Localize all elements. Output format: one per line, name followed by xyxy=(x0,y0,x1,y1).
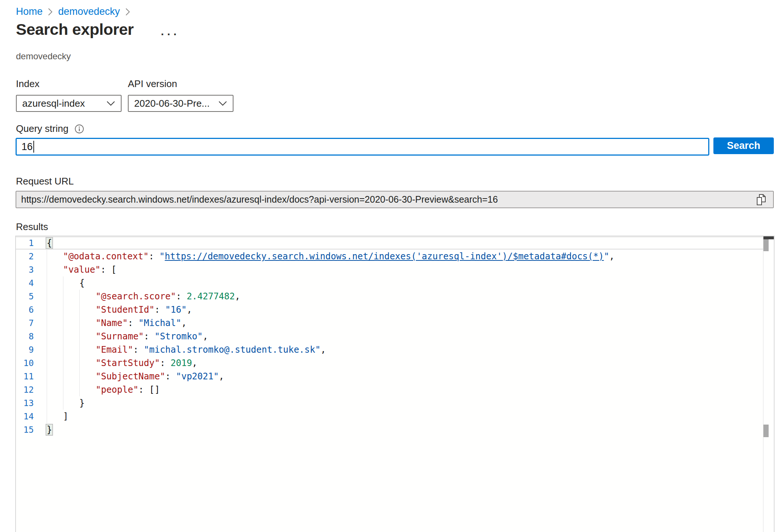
line-number: 4 xyxy=(16,276,34,290)
code-line: 15} xyxy=(16,423,763,436)
indent-guide xyxy=(79,316,96,330)
code-content: } xyxy=(34,396,763,410)
index-dropdown[interactable]: azuresql-index xyxy=(16,95,122,112)
code-link[interactable]: https://demovedecky.search.windows.net/i… xyxy=(165,251,604,262)
code-token: , xyxy=(187,305,192,315)
page-title: Search explorer xyxy=(16,20,134,39)
indent-guide xyxy=(63,276,79,290)
breadcrumb: Home demovedecky xyxy=(16,6,130,17)
code-line: 7"Name": "Michal", xyxy=(16,316,763,330)
indent-guide xyxy=(63,316,79,330)
api-version-dropdown[interactable]: 2020-06-30-Pre... xyxy=(128,95,233,112)
code-content: ] xyxy=(34,410,763,423)
code-line: 5"@search.score": 2.4277482, xyxy=(16,290,763,303)
code-token: "value" xyxy=(63,265,100,275)
code-content: "SubjectName": "vp2021", xyxy=(34,370,763,383)
code-content: "Name": "Michal", xyxy=(34,316,763,330)
indent-guide xyxy=(63,383,79,396)
code-token: 2.4277482 xyxy=(187,291,235,302)
info-icon[interactable] xyxy=(74,124,84,134)
code-line: 8"Surname": "Stromko", xyxy=(16,330,763,343)
request-url-label: Request URL xyxy=(16,176,74,187)
code-token: , xyxy=(219,371,224,382)
indent-guide xyxy=(47,250,63,263)
breadcrumb-demovedecky[interactable]: demovedecky xyxy=(58,6,120,17)
code-token: "Stromko" xyxy=(155,331,203,342)
code-token: "@odata.context" xyxy=(63,251,149,262)
line-number: 1 xyxy=(16,236,34,250)
query-input[interactable] xyxy=(16,138,709,156)
code-token: , xyxy=(192,358,197,368)
indent-guide xyxy=(63,290,79,303)
code-token: : xyxy=(155,305,165,315)
indent-guide xyxy=(47,383,63,396)
line-number: 2 xyxy=(16,250,34,263)
api-version-label: API version xyxy=(128,78,233,90)
indent-guide xyxy=(47,303,63,316)
code-line: 2"@odata.context": "https://demovedecky.… xyxy=(16,250,763,263)
code-content: "@search.score": 2.4277482, xyxy=(34,290,763,303)
code-token: " xyxy=(159,251,165,262)
indent-guide xyxy=(63,343,79,356)
code-token: , xyxy=(235,291,240,302)
scrollbar-thumb[interactable] xyxy=(763,239,769,251)
code-token: { xyxy=(46,237,53,249)
code-line: 3"value": [ xyxy=(16,263,763,276)
indent-guide xyxy=(79,303,96,316)
code-content: "value": [ xyxy=(34,263,763,276)
breadcrumb-chevron-icon xyxy=(48,7,53,16)
results-editor[interactable]: 1{2"@odata.context": "https://demovedeck… xyxy=(15,236,775,532)
chevron-down-icon xyxy=(218,101,227,106)
index-label: Index xyxy=(16,78,122,90)
code-content: "StudentId": "16", xyxy=(34,303,763,316)
code-token: : xyxy=(133,345,144,355)
code-token: , xyxy=(203,331,208,342)
line-number: 15 xyxy=(16,423,34,436)
code-token: "Email" xyxy=(96,345,133,355)
line-number: 14 xyxy=(16,410,34,423)
page-subtitle: demovedecky xyxy=(16,51,71,61)
code-line: 1{ xyxy=(16,236,763,250)
code-token: } xyxy=(79,398,84,408)
code-token: { xyxy=(79,278,84,288)
query-string-label: Query string xyxy=(16,123,69,134)
code-token: , xyxy=(609,251,614,262)
query-string-row: Query string xyxy=(16,123,84,134)
code-token: "vp2021" xyxy=(176,371,219,382)
indent-guide xyxy=(47,396,63,410)
overview-bracket-decoration xyxy=(763,425,769,437)
indent-guide xyxy=(79,343,96,356)
indent-guide xyxy=(47,410,63,423)
code-token: "Michal" xyxy=(139,318,182,328)
line-number: 6 xyxy=(16,303,34,316)
code-token: } xyxy=(46,424,53,436)
code-token: "Surname" xyxy=(96,331,144,342)
code-token: : xyxy=(176,291,187,302)
line-number: 3 xyxy=(16,263,34,276)
code-content: { xyxy=(34,236,763,250)
indent-guide xyxy=(63,370,79,383)
indent-guide xyxy=(47,370,63,383)
api-version-dropdown-value: 2020-06-30-Pre... xyxy=(134,98,210,109)
index-field: Index azuresql-index xyxy=(16,78,122,112)
code-token: "@search.score" xyxy=(96,291,176,302)
api-version-field: API version 2020-06-30-Pre... xyxy=(128,78,233,112)
copy-icon[interactable] xyxy=(756,193,767,206)
code-line: 13} xyxy=(16,396,763,410)
editor-scrollbar xyxy=(763,236,774,532)
code-line: 10"StartStudy": 2019, xyxy=(16,356,763,370)
more-menu-icon[interactable]: ··· xyxy=(159,27,181,41)
code-content: "Surname": "Stromko", xyxy=(34,330,763,343)
search-button[interactable]: Search xyxy=(713,137,774,154)
indent-guide xyxy=(79,383,96,396)
indent-guide xyxy=(63,303,79,316)
code-token: "16" xyxy=(165,305,187,315)
breadcrumb-home[interactable]: Home xyxy=(16,6,43,17)
overview-cursor-decoration xyxy=(763,236,774,239)
code-token: "StartStudy" xyxy=(96,358,160,368)
request-url-value: https://demovedecky.search.windows.net/i… xyxy=(21,194,752,205)
indent-guide xyxy=(47,276,63,290)
code-line: 12"people": [] xyxy=(16,383,763,396)
line-number: 7 xyxy=(16,316,34,330)
request-url-field[interactable]: https://demovedecky.search.windows.net/i… xyxy=(16,191,774,208)
